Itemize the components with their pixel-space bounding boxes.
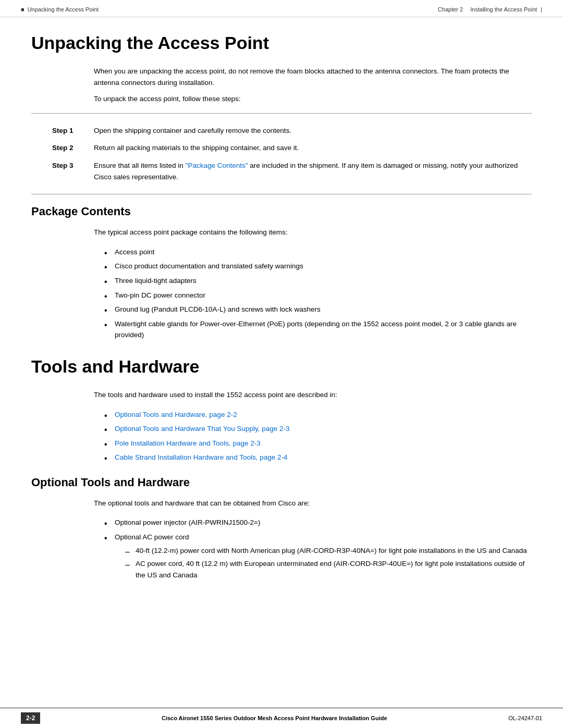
list-item: Optional Tools and Hardware, page 2-2 bbox=[104, 409, 532, 421]
step-1-label: Step 1 bbox=[52, 125, 94, 137]
intro-paragraph-1: When you are unpacking the access point,… bbox=[94, 66, 532, 88]
header-left: ■ Unpacking the Access Point bbox=[21, 6, 99, 13]
package-contents-list: Access point Cisco product documentation… bbox=[104, 246, 532, 341]
list-item: Three liquid-tight adapters bbox=[104, 275, 532, 287]
header-right: Chapter 2 Installing the Access Point | bbox=[438, 6, 542, 13]
optional-tools-intro-block: The optional tools and hardware that can… bbox=[94, 498, 532, 509]
optional-tools-list: Optional power injector (AIR-PWRINJ1500-… bbox=[104, 517, 532, 581]
list-item: Two-pin DC power connector bbox=[104, 290, 532, 301]
steps-container: Step 1 Open the shipping container and c… bbox=[31, 122, 532, 186]
list-item: Optional Tools and Hardware That You Sup… bbox=[104, 423, 532, 435]
step-2-label: Step 2 bbox=[52, 142, 94, 154]
step-3-content: Ensure that all items listed in "Package… bbox=[94, 160, 532, 182]
step-3-label: Step 3 bbox=[52, 160, 94, 171]
header-chapter-label: Chapter 2 bbox=[438, 6, 463, 13]
page-title: Unpacking the Access Point bbox=[31, 33, 532, 53]
tools-link-3[interactable]: Pole Installation Hardware and Tools, pa… bbox=[115, 439, 261, 447]
optional-tools-heading: Optional Tools and Hardware bbox=[31, 476, 532, 489]
step-row-2: Step 2 Return all packing materials to t… bbox=[31, 139, 532, 157]
tools-hardware-title: Tools and Hardware bbox=[31, 356, 532, 377]
list-item: Watertight cable glands for Power-over-E… bbox=[104, 318, 532, 341]
step-row-1: Step 1 Open the shipping container and c… bbox=[31, 122, 532, 140]
package-contents-link[interactable]: "Package Contents" bbox=[186, 162, 248, 169]
package-contents-intro: The typical access point package contain… bbox=[94, 227, 532, 238]
optional-tools-sub-list: 40-ft (12.2-m) power cord with North Ame… bbox=[125, 545, 532, 581]
step-1-content: Open the shipping container and carefull… bbox=[94, 125, 532, 137]
page-wrapper: ■ Unpacking the Access Point Chapter 2 I… bbox=[0, 0, 563, 728]
header-section-label: Unpacking the Access Point bbox=[28, 6, 99, 13]
list-item: Ground lug (Panduit PLCD6-10A-L) and scr… bbox=[104, 304, 532, 315]
tools-hardware-intro-block: The tools and hardware used to install t… bbox=[94, 389, 532, 401]
tools-link-1[interactable]: Optional Tools and Hardware, page 2-2 bbox=[115, 411, 237, 418]
list-item: Optional AC power cord 40-ft (12.2-m) po… bbox=[104, 532, 532, 581]
page-header: ■ Unpacking the Access Point Chapter 2 I… bbox=[0, 0, 563, 17]
package-contents-intro-block: The typical access point package contain… bbox=[94, 227, 532, 238]
footer-guide-title: Cisco Aironet 1550 Series Outdoor Mesh A… bbox=[162, 715, 387, 721]
tools-hardware-links-list: Optional Tools and Hardware, page 2-2 Op… bbox=[104, 409, 532, 463]
main-content: Unpacking the Access Point When you are … bbox=[0, 17, 563, 708]
header-chapter-title: Installing the Access Point bbox=[470, 6, 537, 13]
divider-top bbox=[31, 113, 532, 114]
tools-hardware-intro: The tools and hardware used to install t… bbox=[94, 389, 532, 401]
divider-bottom bbox=[31, 194, 532, 194]
footer-center-text: Cisco Aironet 1550 Series Outdoor Mesh A… bbox=[40, 715, 508, 721]
list-item: Pole Installation Hardware and Tools, pa… bbox=[104, 438, 532, 449]
page-footer: 2-2 Cisco Aironet 1550 Series Outdoor Me… bbox=[0, 708, 563, 728]
header-bullet: ■ bbox=[21, 6, 25, 13]
footer-right-text: OL-24247-01 bbox=[508, 715, 542, 721]
list-item: Optional power injector (AIR-PWRINJ1500-… bbox=[104, 517, 532, 528]
tools-link-2[interactable]: Optional Tools and Hardware That You Sup… bbox=[115, 425, 289, 433]
optional-tools-intro: The optional tools and hardware that can… bbox=[94, 498, 532, 509]
package-contents-heading: Package Contents bbox=[31, 205, 532, 218]
intro-block: When you are unpacking the access point,… bbox=[94, 66, 532, 105]
footer-page-number: 2-2 bbox=[21, 712, 40, 724]
list-item: AC power cord, 40 ft (12.2 m) with Europ… bbox=[125, 558, 532, 581]
header-bar: | bbox=[539, 6, 542, 13]
list-item: 40-ft (12.2-m) power cord with North Ame… bbox=[125, 545, 532, 557]
intro-paragraph-2: To unpack the access point, follow these… bbox=[94, 93, 532, 105]
list-item: Access point bbox=[104, 246, 532, 258]
step-row-3: Step 3 Ensure that all items listed in "… bbox=[31, 157, 532, 186]
header-separator bbox=[465, 6, 468, 13]
tools-link-4[interactable]: Cable Strand Installation Hardware and T… bbox=[115, 453, 287, 461]
step-2-content: Return all packing materials to the ship… bbox=[94, 142, 532, 154]
list-item: Cisco product documentation and translat… bbox=[104, 261, 532, 272]
list-item: Cable Strand Installation Hardware and T… bbox=[104, 452, 532, 463]
